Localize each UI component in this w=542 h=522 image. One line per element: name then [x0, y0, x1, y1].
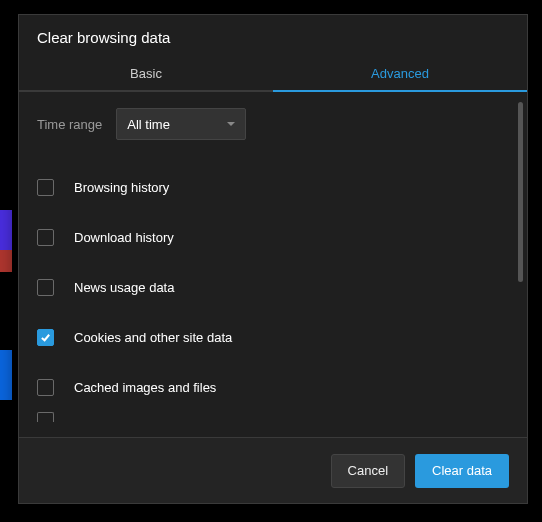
background-decoration — [0, 250, 12, 272]
dialog-body: Time range All time Browsing history Dow… — [19, 92, 527, 437]
item-cookies[interactable]: Cookies and other site data — [37, 312, 497, 362]
checkbox-download-history[interactable] — [37, 229, 54, 246]
checkbox-news-usage-data[interactable] — [37, 279, 54, 296]
item-cached-images[interactable]: Cached images and files — [37, 362, 497, 412]
tab-advanced[interactable]: Advanced — [273, 56, 527, 92]
chevron-down-icon — [227, 122, 235, 126]
item-label: Browsing history — [74, 180, 169, 195]
item-download-history[interactable]: Download history — [37, 212, 497, 262]
background-decoration — [0, 210, 12, 250]
tabs: Basic Advanced — [19, 56, 527, 92]
checkbox-cached-images[interactable] — [37, 379, 54, 396]
time-range-label: Time range — [37, 117, 102, 132]
item-label: News usage data — [74, 280, 174, 295]
tab-basic[interactable]: Basic — [19, 56, 273, 92]
checkbox-browsing-history[interactable] — [37, 179, 54, 196]
clear-browsing-data-dialog: Clear browsing data Basic Advanced Time … — [18, 14, 528, 504]
scroll-area: Time range All time Browsing history Dow… — [19, 92, 515, 437]
item-news-usage-data[interactable]: News usage data — [37, 262, 497, 312]
item-browsing-history[interactable]: Browsing history — [37, 162, 497, 212]
item-label: Download history — [74, 230, 174, 245]
background-decoration — [0, 350, 12, 400]
scrollbar-thumb[interactable] — [518, 102, 523, 282]
item-partial-next[interactable] — [37, 412, 497, 426]
item-label: Cookies and other site data — [74, 330, 232, 345]
time-range-select[interactable]: All time — [116, 108, 246, 140]
cancel-button[interactable]: Cancel — [331, 454, 405, 488]
time-range-value: All time — [127, 117, 170, 132]
item-label: Cached images and files — [74, 380, 216, 395]
time-range-row: Time range All time — [37, 108, 497, 140]
checkbox-partial[interactable] — [37, 412, 54, 422]
clear-data-button[interactable]: Clear data — [415, 454, 509, 488]
dialog-footer: Cancel Clear data — [19, 437, 527, 503]
checkbox-cookies[interactable] — [37, 329, 54, 346]
check-icon — [40, 332, 51, 343]
dialog-title: Clear browsing data — [19, 15, 527, 56]
